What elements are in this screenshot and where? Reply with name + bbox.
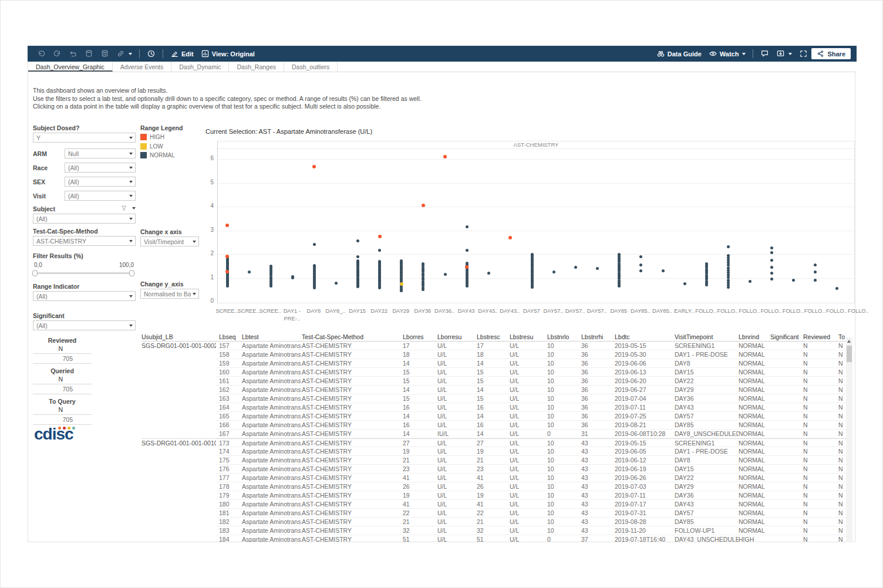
sex-dropdown[interactable]: (All): [65, 177, 136, 187]
table-row[interactable]: 183Aspartate Aminotrans..AST-CHEMISTRY32…: [141, 526, 846, 535]
subject-dosed-dropdown[interactable]: Y: [33, 133, 136, 143]
data-point-normal[interactable]: [335, 282, 338, 285]
data-point[interactable]: [727, 266, 730, 269]
table-row[interactable]: 182Aspartate Aminotrans..AST-CHEMISTRY21…: [141, 518, 846, 526]
data-point-high[interactable]: [443, 155, 447, 158]
column-header-visittimepoint[interactable]: VisitTimepoint: [675, 333, 739, 341]
data-point-high[interactable]: [422, 204, 425, 207]
view-original-button[interactable]: View: Original: [197, 46, 258, 62]
data-point-normal[interactable]: [639, 263, 642, 266]
column-header-lbseq[interactable]: Lbseq: [216, 333, 242, 341]
slider-track[interactable]: [35, 272, 132, 274]
data-point[interactable]: [356, 259, 359, 262]
data-point-normal[interactable]: [792, 279, 795, 282]
data-point-normal[interactable]: [487, 272, 490, 275]
table-row[interactable]: SGS-DRG01-001-001-0002157Aspartate Amino…: [141, 342, 846, 350]
significant-dropdown[interactable]: (All): [33, 320, 136, 330]
data-point-normal[interactable]: [770, 278, 773, 281]
data-point-normal[interactable]: [662, 269, 665, 272]
column-header-test-cat-spec-method[interactable]: Test-Cat-Spec-Method: [302, 333, 400, 341]
tab-dash-outliers[interactable]: Dash_outliers: [284, 62, 338, 72]
table-row[interactable]: 165Aspartate Aminotrans..AST-CHEMISTRY14…: [141, 412, 846, 421]
column-header-lbnrind[interactable]: Lbnrind: [739, 333, 770, 341]
table-row[interactable]: 174Aspartate Aminotrans..AST-CHEMISTRY19…: [141, 447, 846, 456]
chevron-down-icon[interactable]: [132, 207, 136, 209]
table-row[interactable]: 161Aspartate Aminotrans..AST-CHEMISTRY15…: [141, 377, 846, 386]
data-point[interactable]: [313, 264, 316, 267]
column-header-lbdtc[interactable]: Lbdtc: [615, 333, 675, 341]
data-point-normal[interactable]: [466, 249, 469, 252]
data-point-high[interactable]: [225, 224, 229, 227]
undo-button[interactable]: [33, 46, 49, 62]
slider-handle-max[interactable]: [129, 270, 134, 276]
data-point-normal[interactable]: [552, 271, 555, 273]
data-point[interactable]: [466, 262, 469, 265]
data-point-high[interactable]: [225, 255, 229, 258]
column-header-lbstnrhi[interactable]: Lbstnrhi: [578, 333, 615, 341]
data-point[interactable]: [531, 253, 534, 256]
column-header-lborres[interactable]: Lborres: [400, 333, 437, 341]
data-point-normal[interactable]: [574, 266, 577, 269]
data-point-normal[interactable]: [749, 280, 751, 283]
table-row[interactable]: 158Aspartate Aminotrans..AST-CHEMISTRY18…: [141, 350, 846, 359]
change-y-axis-dropdown[interactable]: Normalised to Basel...: [140, 289, 199, 299]
link-button[interactable]: [113, 46, 136, 62]
table-row[interactable]: 184Aspartate Aminotrans..AST-CHEMISTRY51…: [141, 535, 846, 542]
data-point[interactable]: [727, 254, 730, 257]
legend-item-low[interactable]: LOW: [140, 143, 163, 150]
fullscreen-button[interactable]: [796, 46, 811, 62]
slider-handle-min[interactable]: [32, 270, 38, 276]
data-point[interactable]: [727, 279, 730, 282]
table-row[interactable]: 160Aspartate Aminotrans..AST-CHEMISTRY15…: [141, 368, 846, 377]
data-point-normal[interactable]: [814, 279, 817, 282]
column-header-lborresu[interactable]: Lborresu: [437, 333, 474, 341]
data-point-normal[interactable]: [444, 273, 447, 276]
data-point-normal[interactable]: [596, 267, 599, 270]
range-indicator-dropdown[interactable]: (All): [33, 291, 136, 301]
column-header-usubjid-lb[interactable]: Usubjid_LB: [141, 333, 216, 341]
column-header-lbstnrlo[interactable]: Lbstnrlo: [544, 333, 578, 341]
tab-adverse-events[interactable]: Adverse Events: [113, 62, 172, 72]
funnel-icon[interactable]: [121, 205, 127, 211]
table-row[interactable]: 175Aspartate Aminotrans..AST-CHEMISTRY21…: [141, 456, 846, 465]
revert-button[interactable]: [65, 46, 81, 62]
table-row[interactable]: 166Aspartate Aminotrans..AST-CHEMISTRY16…: [141, 421, 846, 430]
data-point-normal[interactable]: [639, 255, 642, 258]
table-row[interactable]: 167Aspartate Aminotrans..AST-CHEMISTRY14…: [141, 430, 846, 438]
share-button[interactable]: Share: [811, 48, 851, 59]
data-point-normal[interactable]: [639, 269, 642, 272]
data-guide-button[interactable]: Data Guide: [653, 46, 705, 62]
arm-dropdown[interactable]: Null: [65, 148, 136, 158]
comments-button[interactable]: [757, 46, 773, 62]
table-row[interactable]: SGS-DRG01-001-001-0010173Aspartate Amino…: [141, 438, 846, 447]
data-point-normal[interactable]: [727, 245, 730, 248]
data-point[interactable]: [378, 260, 381, 263]
table-row[interactable]: 163Aspartate Aminotrans..AST-CHEMISTRY15…: [141, 394, 846, 403]
data-point-high[interactable]: [312, 165, 316, 168]
column-header-lbtest[interactable]: Lbtest: [242, 333, 302, 341]
table-row[interactable]: 177Aspartate Aminotrans..AST-CHEMISTRY41…: [141, 474, 846, 482]
tab-dash-overview-graphic[interactable]: Dash_Overview_Graphic: [28, 62, 113, 72]
column-header-reviewed[interactable]: Reviewed: [803, 333, 838, 341]
table-row[interactable]: 176Aspartate Aminotrans..AST-CHEMISTRY23…: [141, 465, 846, 474]
data-point-low[interactable]: [400, 282, 403, 286]
filter-results-slider[interactable]: [33, 270, 134, 276]
data-point-normal[interactable]: [356, 239, 359, 242]
data-point-normal[interactable]: [770, 266, 773, 269]
data-point-normal[interactable]: [466, 225, 469, 228]
metrics-button[interactable]: [143, 46, 159, 62]
scroll-up-icon[interactable]: [847, 340, 851, 343]
scrollbar-thumb[interactable]: [847, 346, 852, 362]
redo-button[interactable]: [49, 46, 65, 62]
change-x-axis-dropdown[interactable]: Visit/Timepoint: [140, 236, 199, 246]
table-row[interactable]: 181Aspartate Aminotrans..AST-CHEMISTRY22…: [141, 509, 846, 518]
test-cat-spec-method-dropdown[interactable]: AST-CHEMISTRY: [33, 236, 136, 246]
data-point-high[interactable]: [508, 236, 512, 239]
data-point-normal[interactable]: [835, 287, 838, 290]
refresh-data-button[interactable]: [81, 46, 97, 62]
data-point-normal[interactable]: [378, 249, 381, 252]
data-point-normal[interactable]: [291, 275, 294, 278]
data-point-normal[interactable]: [313, 243, 316, 246]
legend-item-high[interactable]: HIGH: [140, 134, 164, 140]
legend-item-normal[interactable]: NORMAL: [140, 152, 175, 158]
